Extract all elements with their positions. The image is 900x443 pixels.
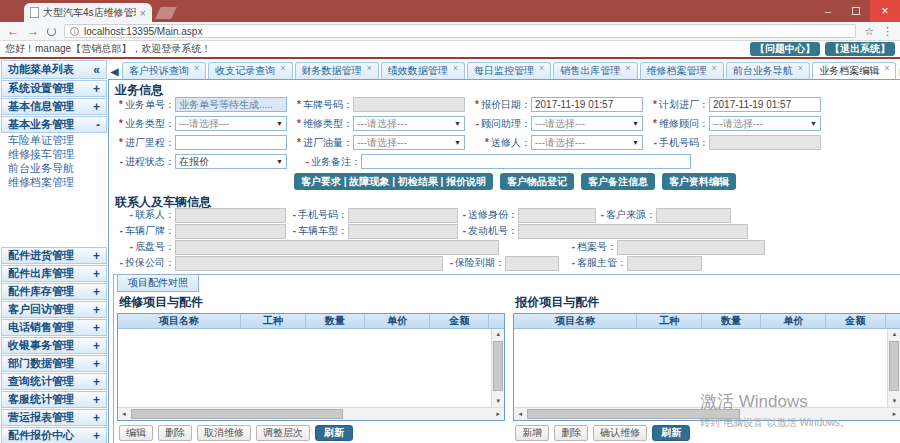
content-tab[interactable]: 财务数据管理× [295,62,379,79]
scroll-left-icon[interactable]: ◄ [118,408,130,420]
forward-icon[interactable]: → [27,25,39,37]
business-type-select[interactable]: ---请选择---▼ [175,116,287,131]
delete-button[interactable]: 删除 [158,425,192,441]
adjust-order-button[interactable]: 调整层次 [256,425,310,441]
logout-button[interactable]: 【退出系统】 [825,42,895,56]
browser-menu-icon[interactable]: ⋮ [882,25,893,38]
customer-source-field[interactable] [656,208,731,223]
tab-close-icon[interactable]: × [140,8,146,18]
content-tab[interactable]: 维修档案管理× [640,62,724,79]
close-icon[interactable]: × [453,63,458,73]
close-icon[interactable]: × [712,63,717,73]
sidebar-group-operation-reports[interactable]: 营运报表管理+ [1,409,107,426]
add-button[interactable]: 新增 [515,425,549,441]
sidebar-collapse-icon[interactable]: « [93,64,100,76]
scroll-down-icon[interactable]: ▼ [888,396,900,407]
vertical-scrollbar[interactable]: ▲ ▼ [887,329,900,407]
question-center-button[interactable]: 【问题中心】 [750,42,820,56]
sidebar-group-department-data[interactable]: 部门数据管理+ [1,355,107,372]
sidebar-group-system-settings[interactable]: 系统设置管理+ [1,80,107,97]
refresh-button[interactable]: 刷新 [315,425,353,441]
vehicle-model-field[interactable] [348,224,458,239]
close-icon[interactable]: × [280,63,285,73]
sidebar-group-customer-followup[interactable]: 客户回访管理+ [1,301,107,318]
page-info-icon[interactable]: i [70,27,79,36]
close-icon[interactable]: × [798,63,803,73]
sidebar-item-repair-archives[interactable]: 维修档案管理 [1,175,107,189]
scrollbar-thumb[interactable] [527,409,739,419]
service-advisor-select[interactable]: ---请选择---▼ [709,116,821,131]
sidebar-group-service-statistics[interactable]: 客服统计管理+ [1,391,107,408]
repair-type-select[interactable]: ---请选择---▼ [353,116,465,131]
advisor-assistant-select[interactable]: ---请选择---▼ [531,116,643,131]
mobile-field[interactable] [709,135,821,150]
sender-select[interactable]: ---请选择---▼ [531,135,643,150]
content-tab-active[interactable]: 业务档案编辑× [812,62,896,79]
window-maximize-button[interactable] [842,0,870,22]
sidebar-group-parts-quote-center[interactable]: 配件报价中心+ [1,427,107,443]
sidebar-group-parts-outbound[interactable]: 配件出库管理+ [1,265,107,282]
horizontal-scrollbar[interactable]: ◄ ► [514,407,900,420]
sidebar-group-basic-info[interactable]: 基本信息管理+ [1,98,107,115]
content-tab[interactable]: 销售出库管理× [553,62,637,79]
sidebar-group-basic-business[interactable]: 基本业务管理- [1,116,107,133]
confirm-repair-button[interactable]: 确认维修 [593,425,647,441]
sender-identity-field[interactable] [518,208,596,223]
business-remark-field[interactable] [361,154,691,169]
customer-requirements-button[interactable]: 客户要求 | 故障现象 | 初检结果 | 报价说明 [294,173,493,190]
close-icon[interactable]: × [194,63,199,73]
content-tab[interactable]: 前台业务导航× [726,62,810,79]
content-tab[interactable]: 客户投诉查询× [122,62,206,79]
progress-status-select[interactable]: 在报价▼ [175,154,287,169]
delete-button[interactable]: 删除 [554,425,588,441]
sidebar-group-query-statistics[interactable]: 查询统计管理+ [1,373,107,390]
content-tab[interactable]: 绩效数据管理× [381,62,465,79]
planned-entry-field[interactable]: 2017-11-19 01:57 [709,97,821,112]
order-no-field[interactable]: 业务单号等待生成..... [175,97,287,112]
window-minimize-button[interactable]: – [814,0,842,22]
scrollbar-thumb[interactable] [493,341,503,391]
new-tab-button[interactable] [155,7,177,19]
customer-notes-button[interactable]: 客户备注信息 [581,173,655,190]
fuel-level-select[interactable]: ---请选择---▼ [353,135,465,150]
address-bar[interactable]: i localhost:13395/Main.aspx [64,24,856,38]
scrollbar-thumb[interactable] [131,409,343,419]
mileage-field[interactable] [175,135,287,150]
scroll-left-icon[interactable]: ◄ [514,408,526,420]
scroll-right-icon[interactable]: ► [492,408,504,420]
back-icon[interactable]: ← [7,25,19,37]
window-close-button[interactable]: × [870,0,900,22]
horizontal-scrollbar[interactable]: ◄ ► [118,407,504,420]
archive-no-field[interactable] [617,240,765,255]
scroll-up-icon[interactable]: ▲ [888,329,900,340]
plate-no-field[interactable] [353,97,465,112]
browser-tab[interactable]: 大型汽车4s店维修管理系 × [24,3,152,22]
insurance-expiry-field[interactable] [505,256,559,271]
service-manager-field[interactable] [627,256,702,271]
insurer-field[interactable] [175,256,443,271]
customer-profile-button[interactable]: 客户资料编辑 [662,173,736,190]
chassis-no-field[interactable] [175,240,499,255]
sidebar-group-parts-inventory[interactable]: 配件库存管理+ [1,283,107,300]
close-icon[interactable]: × [884,63,889,73]
sidebar-group-cashier[interactable]: 收银事务管理+ [1,337,107,354]
refresh-button[interactable]: 刷新 [652,425,690,441]
sidebar-item-vehicle-documents[interactable]: 车险单证管理 [1,133,107,147]
close-icon[interactable]: × [367,63,372,73]
close-icon[interactable]: × [625,63,630,73]
tab-items-parts-compare[interactable]: 项目配件对照 [117,275,199,292]
customer-items-button[interactable]: 客户物品登记 [500,173,574,190]
scroll-down-icon[interactable]: ▼ [492,396,504,407]
scroll-up-icon[interactable]: ▲ [492,329,504,340]
contact-mobile-field[interactable] [348,208,458,223]
vehicle-brand-field[interactable] [175,224,286,239]
bookmark-star-icon[interactable]: ☆ [864,25,874,38]
content-tab[interactable]: 每日监控管理× [467,62,551,79]
cancel-repair-button[interactable]: 取消维修 [197,425,251,441]
scrollbar-thumb[interactable] [889,341,899,391]
sidebar-item-repair-reception[interactable]: 维修接车管理 [1,147,107,161]
scroll-right-icon[interactable]: ► [888,408,900,420]
quote-date-field[interactable]: 2017-11-19 01:57 [531,97,643,112]
reload-icon[interactable] [47,27,56,36]
sidebar-item-front-desk-nav[interactable]: 前台业务导航 [1,161,107,175]
